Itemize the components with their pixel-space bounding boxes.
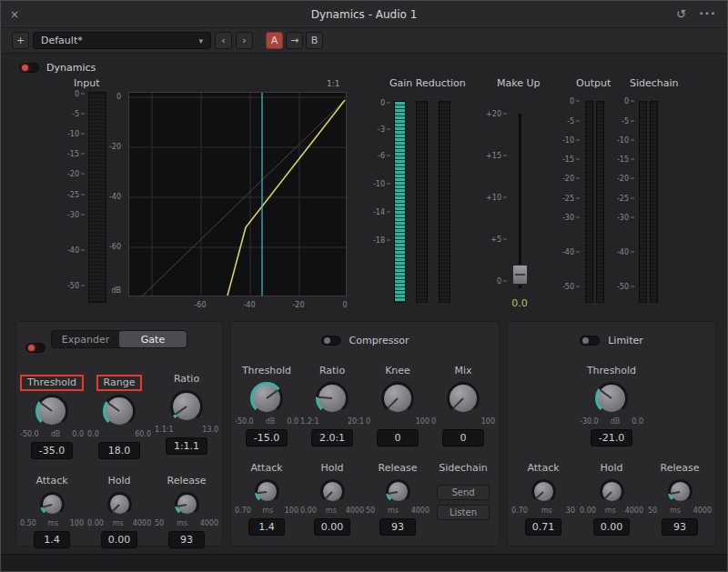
gate-hold-knob[interactable] (107, 492, 132, 517)
compressor-mix-control: Mix 0100 0 (430, 364, 496, 447)
sidechain-listen-button[interactable]: Listen (437, 505, 490, 520)
gate-row-2: Attack 0.50ms100 1.4 Hold 0.00ms4000 0.0… (16, 474, 222, 548)
compressor-hold-control: Hold 0.00ms4000 0.00 (299, 461, 365, 536)
add-preset-button[interactable]: + (12, 32, 29, 49)
gate-attack-knob[interactable] (40, 492, 65, 517)
compressor-ratio-control: Ratio 1.2:120:1 2.0:1 (299, 364, 365, 447)
reset-icon[interactable]: ↺ (676, 8, 686, 20)
gate-range-knob[interactable] (103, 395, 136, 427)
knob-pointer (670, 491, 681, 495)
gate-range-control: Range 0.060.0 18.0 (86, 372, 152, 459)
tab-expander[interactable]: Expander (52, 331, 119, 347)
compressor-threshold-value[interactable]: -15.0 (246, 429, 288, 447)
make-up-slider-handle[interactable] (512, 265, 528, 285)
gate-release-control: Release 50ms4000 93 (154, 474, 219, 548)
gate-hold-control: Hold 0.00ms4000 0.00 (86, 474, 152, 548)
knob-pointer (177, 504, 187, 507)
title-bar: × Dynamics - Audio 1 ↺ ••• (1, 1, 727, 28)
compressor-attack-value[interactable]: 1.4 (248, 518, 285, 536)
gain-reduction-label: Gain Reduction (389, 77, 466, 89)
output-meter-bar-right (596, 101, 604, 303)
knob-pointer (257, 491, 267, 494)
gate-hold-value[interactable]: 0.00 (101, 531, 137, 548)
gain-reduction-bar-2 (416, 101, 428, 303)
preset-dropdown[interactable]: Default* ▾ (33, 32, 211, 49)
limiter-threshold-value[interactable]: -21.0 (591, 429, 632, 447)
dynamics-window: × Dynamics - Audio 1 ↺ ••• + Default* ▾ … (0, 0, 728, 572)
gate-threshold-knob[interactable] (35, 395, 68, 427)
toggle-dot (22, 65, 28, 71)
compressor-title: Compressor (349, 335, 410, 346)
compressor-knee-knob[interactable] (381, 382, 414, 415)
compressor-mix-knob[interactable] (447, 382, 480, 415)
knob-pointer (388, 397, 399, 408)
gate-ratio-label: Ratio (154, 372, 219, 387)
ab-b-button[interactable]: B (306, 32, 323, 49)
window-footer (1, 554, 727, 571)
knob-pointer (40, 402, 52, 411)
compressor-ratio-value[interactable]: 2.0:1 (311, 429, 353, 447)
compressor-knee-value[interactable]: 0 (377, 429, 419, 447)
knob-pointer (266, 389, 278, 398)
knob-pointer (600, 389, 612, 398)
close-icon[interactable]: × (10, 9, 19, 20)
limiter-hold-value[interactable]: 0.00 (593, 518, 630, 536)
knob-pointer (175, 406, 187, 415)
window-title: Dynamics - Audio 1 (311, 8, 418, 21)
limiter-hold-knob[interactable] (600, 479, 624, 504)
gate-power-toggle[interactable] (25, 343, 46, 353)
compressor-hold-knob[interactable] (320, 479, 345, 504)
gate-threshold-value[interactable]: -35.0 (31, 442, 73, 459)
options-menu-icon[interactable]: ••• (699, 10, 716, 18)
compressor-threshold-control: Threshold -50.0dB0.0 -15.0 (234, 364, 299, 447)
make-up-value[interactable]: 0.0 (503, 297, 536, 309)
compressor-release-knob[interactable] (386, 479, 410, 504)
graph-y-axis: 0 -20 -40 -60 dB (96, 92, 125, 296)
sidechain-meter-bar-left (639, 101, 647, 303)
prev-button[interactable]: ‹ (215, 32, 232, 49)
compressor-release-control: Release 50ms4000 93 (365, 461, 430, 536)
sidechain-send-button[interactable]: Send (437, 485, 490, 500)
compressor-header: Compressor (231, 322, 499, 353)
gate-release-value[interactable]: 93 (168, 531, 205, 548)
limiter-attack-control: Attack 0.70ms30 0.71 (511, 461, 576, 536)
tab-gate[interactable]: Gate (119, 331, 187, 347)
ab-copy-arrow-button[interactable]: → (286, 32, 303, 49)
ab-a-button[interactable]: A (266, 32, 283, 49)
limiter-title: Limiter (608, 335, 643, 346)
db-unit-label: dB (111, 286, 121, 295)
gate-release-knob[interactable] (175, 492, 199, 517)
limiter-release-value[interactable]: 93 (662, 518, 698, 536)
compressor-release-value[interactable]: 93 (379, 518, 416, 536)
knob-pointer (42, 504, 52, 508)
next-button[interactable]: › (236, 32, 253, 49)
gate-release-label: Release (154, 474, 219, 489)
compressor-attack-knob[interactable] (255, 479, 279, 504)
compressor-hold-value[interactable]: 0.00 (314, 518, 350, 536)
expander-gate-panel: Expander Gate Threshold -50.0dB0.0 -35.0… (15, 321, 223, 547)
meters-section: Input Gain Reduction Make Up Output Side… (1, 74, 727, 317)
knob-pointer (107, 402, 119, 411)
knob-pointer (318, 396, 332, 399)
gate-ratio-value[interactable]: 1:1.1 (166, 437, 207, 455)
gate-attack-value[interactable]: 1.4 (34, 531, 70, 548)
dynamics-enable-row: Dynamics (1, 54, 727, 74)
compressor-mix-value[interactable]: 0 (442, 429, 484, 447)
limiter-attack-knob[interactable] (531, 479, 556, 504)
knob-pointer (388, 491, 399, 495)
limiter-attack-value[interactable]: 0.71 (525, 518, 561, 536)
compressor-power-toggle[interactable] (321, 336, 341, 346)
make-up-slider-track[interactable] (519, 114, 521, 288)
limiter-hold-control: Hold 0.00ms4000 0.00 (579, 461, 644, 536)
gate-range-value[interactable]: 18.0 (98, 442, 140, 459)
gain-reduction-bar (394, 101, 406, 303)
compressor-row-2: Attack 0.70ms100 1.4 Hold 0.00ms4000 0.0… (231, 461, 499, 536)
compressor-threshold-knob[interactable] (250, 382, 283, 415)
limiter-power-toggle[interactable] (580, 336, 600, 346)
dynamics-power-toggle[interactable] (19, 63, 39, 73)
gate-threshold-control: Threshold -50.0dB0.0 -35.0 (19, 372, 85, 459)
compressor-ratio-knob[interactable] (316, 382, 349, 415)
gate-ratio-knob[interactable] (170, 390, 203, 423)
limiter-threshold-knob[interactable] (595, 382, 628, 415)
limiter-release-knob[interactable] (668, 479, 693, 504)
